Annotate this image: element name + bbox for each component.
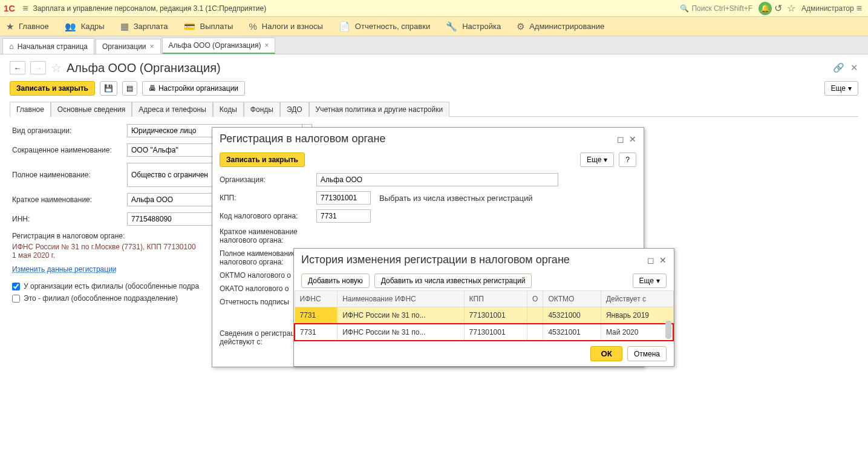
- dialog1-save-close-button[interactable]: Записать и закрыть: [220, 152, 305, 167]
- nav-label: Администрирование: [529, 22, 604, 31]
- table-header[interactable]: ИФНС: [295, 291, 338, 307]
- cancel-button[interactable]: Отмена: [627, 346, 667, 361]
- favorite-icon[interactable]: ☆: [787, 2, 795, 14]
- nav-icon: ▦: [120, 21, 129, 32]
- table-header[interactable]: Наименование ИФНС: [338, 291, 464, 307]
- table-header[interactable]: ОКТМО: [543, 291, 601, 307]
- change-reg-link[interactable]: Изменить данные регистрации: [12, 265, 117, 274]
- d1-kpp-input[interactable]: [316, 191, 371, 205]
- card-tab[interactable]: ЭДО: [280, 102, 309, 117]
- table-cell: 45321001: [543, 324, 601, 341]
- document-tabs: ⌂Начальная страницаОрганизации×Альфа ООО…: [0, 36, 868, 54]
- document-tab[interactable]: ⌂Начальная страница: [2, 38, 94, 54]
- nav-label: Кадры: [81, 22, 105, 31]
- back-button[interactable]: ←: [10, 61, 25, 74]
- card-tab[interactable]: Фонды: [244, 102, 280, 117]
- notifications-icon[interactable]: 🔔: [759, 2, 772, 15]
- nav-item[interactable]: %Налоги и взносы: [249, 21, 322, 31]
- document-tab[interactable]: Альфа ООО (Организация)×: [162, 38, 276, 54]
- tab-close-icon[interactable]: ×: [150, 42, 154, 51]
- link-icon[interactable]: 🔗: [833, 62, 844, 73]
- card-tab[interactable]: Коды: [213, 102, 244, 117]
- card-tab[interactable]: Учетная политика и другие настройки: [309, 102, 450, 117]
- table-cell: [527, 307, 543, 324]
- add-new-button[interactable]: Добавить новую: [301, 274, 370, 288]
- sokr-input[interactable]: [127, 143, 218, 157]
- inn-label: ИНН:: [12, 215, 127, 223]
- d1-code-label: Код налогового органа:: [220, 212, 316, 220]
- nav-item[interactable]: 🔧Настройка: [446, 21, 501, 32]
- nav-label: Налоги и взносы: [262, 22, 323, 31]
- history-dialog: История изменения регистрации в налогово…: [293, 248, 674, 367]
- nav-label: Выплаты: [200, 22, 233, 31]
- table-cell: 771301001: [464, 324, 527, 341]
- home-icon: ⌂: [9, 42, 14, 51]
- dialog2-maximize-icon[interactable]: ◻: [647, 255, 654, 265]
- search-box[interactable]: 🔍 Поиск Ctrl+Shift+F: [680, 4, 752, 13]
- dialog2-title: История изменения регистрации в налогово…: [301, 254, 570, 266]
- org-settings-button[interactable]: 🖶 Настройки организации: [142, 81, 245, 96]
- is-branch-input[interactable]: [12, 295, 20, 303]
- d1-code-input[interactable]: [316, 209, 371, 223]
- d1-kpp-label: КПП:: [220, 194, 316, 202]
- table-cell: 45321000: [543, 307, 601, 324]
- nav-item[interactable]: ▦Зарплата: [120, 21, 168, 32]
- history-table: ИФНСНаименование ИФНСКППООКТМОДействует …: [294, 290, 674, 341]
- nav-item[interactable]: ⚙Администрирование: [517, 21, 604, 32]
- more-button[interactable]: Еще ▾: [824, 81, 858, 96]
- d1-full-label: Полное наименование налогового органа:: [220, 249, 304, 266]
- has-branches-input[interactable]: [12, 283, 20, 290]
- card-tab[interactable]: Основные сведения: [51, 102, 132, 117]
- nav-icon: %: [249, 21, 256, 31]
- sokr-label: Сокращенное наименование:: [12, 146, 127, 154]
- nav-icon: 💳: [184, 21, 195, 32]
- card-tab[interactable]: Главное: [10, 102, 51, 117]
- tab-label: Начальная страница: [18, 42, 88, 51]
- ok-button[interactable]: ОК: [590, 346, 622, 361]
- table-cell: Январь 2019: [601, 307, 673, 324]
- table-row[interactable]: 7731ИФНС России № 31 по...77130100145321…: [295, 324, 673, 341]
- nav-item[interactable]: ★Главное: [6, 21, 49, 32]
- save-close-button[interactable]: Записать и закрыть: [10, 81, 95, 96]
- card-tabs: ГлавноеОсновные сведенияАдреса и телефон…: [10, 102, 858, 117]
- dialog2-more-button[interactable]: Еще ▾: [633, 274, 667, 288]
- dialog1-maximize-icon[interactable]: ◻: [617, 134, 624, 144]
- nav-label: Главное: [19, 22, 49, 31]
- poln-label: Полное наименование:: [12, 171, 127, 179]
- menu-icon[interactable]: ≡: [22, 3, 28, 14]
- table-cell: 771301001: [464, 307, 527, 324]
- nav-item[interactable]: 📄Отчетность, справки: [339, 21, 430, 32]
- dialog1-more-button[interactable]: Еще ▾: [580, 152, 614, 167]
- list-button[interactable]: ▤: [122, 81, 137, 96]
- add-known-button[interactable]: Добавить из числа известных регистраций: [374, 274, 532, 288]
- poln-input[interactable]: [127, 163, 218, 187]
- dialog1-close-icon[interactable]: ✕: [629, 134, 636, 144]
- card-tab[interactable]: Адреса и телефоны: [132, 102, 213, 117]
- d1-org-input[interactable]: [316, 173, 558, 186]
- history-icon[interactable]: ↺: [774, 2, 782, 14]
- table-row[interactable]: 7731ИФНС России № 31 по...77130100145321…: [295, 307, 673, 324]
- settings-icon[interactable]: ≡: [857, 3, 862, 14]
- table-header[interactable]: КПП: [464, 291, 527, 307]
- table-cell: 7731: [295, 307, 338, 324]
- nav-item[interactable]: 👥Кадры: [65, 21, 105, 32]
- user-label[interactable]: Администратор: [801, 4, 854, 13]
- dialog1-title: Регистрация в налоговом органе: [220, 133, 386, 145]
- dialog1-help-button[interactable]: ?: [619, 152, 636, 167]
- tab-close-icon[interactable]: ×: [264, 41, 269, 50]
- close-icon[interactable]: ✕: [850, 62, 858, 73]
- table-header[interactable]: О: [527, 291, 543, 307]
- star-icon[interactable]: ☆: [51, 61, 62, 75]
- save-button[interactable]: 💾: [100, 81, 117, 96]
- table-cell: ИФНС России № 31 по...: [338, 307, 464, 324]
- nav-item[interactable]: 💳Выплаты: [184, 21, 233, 32]
- d1-kpp-link[interactable]: Выбрать из числа известных регистраций: [379, 194, 532, 203]
- forward-button[interactable]: →: [30, 61, 46, 74]
- search-placeholder: Поиск Ctrl+Shift+F: [691, 4, 752, 13]
- document-tab[interactable]: Организации×: [96, 39, 161, 54]
- app-logo: 1C: [4, 3, 15, 13]
- nav-icon: 📄: [339, 21, 350, 32]
- table-header[interactable]: Действует с: [601, 291, 673, 307]
- table-cell: 7731: [295, 324, 338, 341]
- dialog2-close-icon[interactable]: ✕: [659, 255, 667, 265]
